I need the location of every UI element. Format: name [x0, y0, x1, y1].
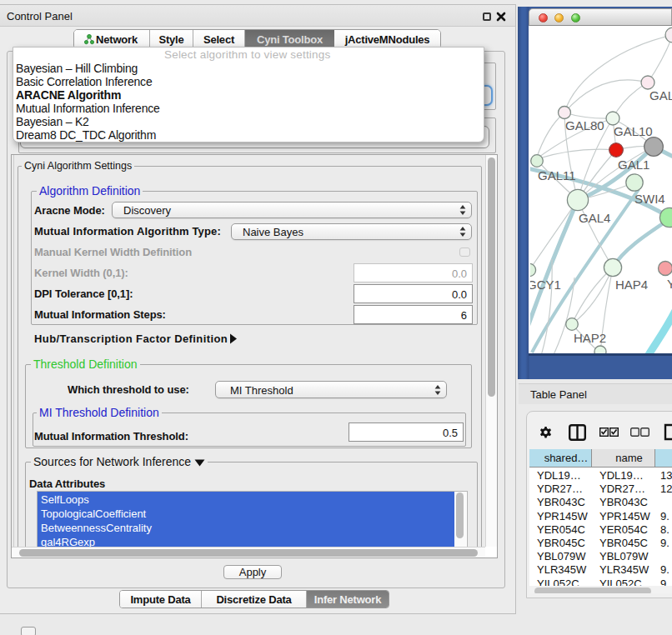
svg-text:HAP2: HAP2	[574, 331, 606, 345]
svg-text:HAP4: HAP4	[615, 278, 648, 292]
svg-text:GAL7: GAL7	[649, 88, 672, 102]
svg-text:GAL4: GAL4	[579, 211, 610, 225]
svg-text:GAL11: GAL11	[538, 168, 576, 182]
svg-text:SWI4: SWI4	[634, 192, 665, 206]
svg-text:GAL80: GAL80	[565, 118, 604, 132]
svg-text:GCY1: GCY1	[530, 278, 561, 292]
svg-text:GAL1: GAL1	[618, 158, 649, 172]
svg-text:Y: Y	[667, 277, 672, 291]
svg-text:GAL10: GAL10	[614, 124, 653, 138]
